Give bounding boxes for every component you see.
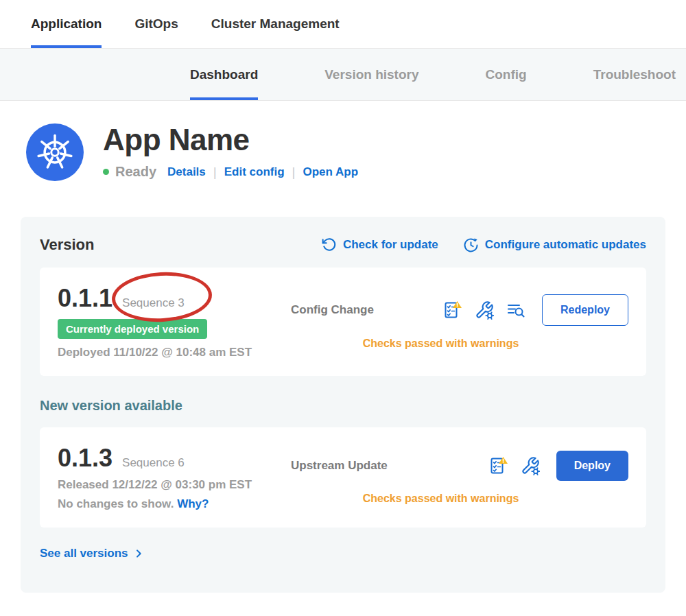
redeploy-button[interactable]: Redeploy xyxy=(542,294,628,326)
app-header-info: App Name Ready Details | Edit config | O… xyxy=(103,125,358,180)
deploy-button[interactable]: Deploy xyxy=(556,451,628,481)
tab-config[interactable]: Config xyxy=(486,49,527,100)
new-version-sequence: Sequence 6 xyxy=(122,456,185,470)
new-version-action-row: Upstream Update xyxy=(291,451,628,481)
view-files-icon[interactable] xyxy=(506,300,525,320)
kubernetes-logo-icon xyxy=(26,123,84,181)
no-changes-text: No changes to show. xyxy=(58,497,174,510)
app-status-row: Ready Details | Edit config | Open App xyxy=(103,164,358,180)
current-version-info: 0.1.1 Sequence 3 Currently deployed vers… xyxy=(58,284,291,359)
refresh-icon xyxy=(322,237,337,252)
why-link[interactable]: Why? xyxy=(177,497,209,510)
app-sub-nav: Dashboard Version history Config Trouble… xyxy=(0,49,686,101)
new-version-icons xyxy=(488,455,540,476)
tab-cluster-management[interactable]: Cluster Management xyxy=(211,0,340,48)
tab-gitops[interactable]: GitOps xyxy=(134,0,178,48)
version-panel-title: Version xyxy=(40,236,94,254)
edit-config-link[interactable]: Edit config xyxy=(224,165,285,179)
configure-automatic-updates-label: Configure automatic updates xyxy=(485,238,646,252)
no-changes-row: No changes to show. Why? xyxy=(58,497,291,511)
tab-troubleshoot[interactable]: Troubleshoot xyxy=(593,49,676,100)
version-panel-header: Version Check for update Configure autom… xyxy=(40,236,646,254)
current-version-checks-status: Checks passed with warnings xyxy=(291,337,628,350)
details-link[interactable]: Details xyxy=(167,165,206,179)
new-version-number: 0.1.3 xyxy=(58,444,113,473)
check-for-update-label: Check for update xyxy=(343,238,438,252)
current-version-number: 0.1.1 xyxy=(58,284,113,313)
top-nav: Application GitOps Cluster Management xyxy=(0,0,686,49)
chevron-right-icon xyxy=(133,548,144,559)
released-timestamp: Released 12/12/22 @ 03:30 pm EST xyxy=(58,478,291,492)
preflight-checks-icon[interactable] xyxy=(488,455,508,476)
current-version-row: 0.1.1 Sequence 3 xyxy=(58,284,291,313)
new-version-actions: Upstream Update xyxy=(291,444,628,511)
currently-deployed-badge: Currently deployed version xyxy=(58,319,207,339)
current-version-source: Config Change xyxy=(291,303,374,317)
app-header: App Name Ready Details | Edit config | O… xyxy=(0,101,686,181)
ship-wheel-icon xyxy=(36,133,74,171)
tab-application[interactable]: Application xyxy=(31,0,102,48)
open-app-link[interactable]: Open App xyxy=(303,165,358,179)
new-version-source: Upstream Update xyxy=(291,459,388,473)
divider: | xyxy=(213,165,217,180)
new-version-row: 0.1.3 Sequence 6 xyxy=(58,444,291,473)
current-version-action-row: Config Change xyxy=(291,294,628,326)
divider: | xyxy=(292,165,296,180)
app-status-text: Ready xyxy=(115,164,156,180)
new-version-checks-status: Checks passed with warnings xyxy=(291,493,628,505)
clock-refresh-icon xyxy=(463,237,479,253)
new-version-available-heading: New version available xyxy=(40,398,646,414)
edit-config-wrench-icon[interactable] xyxy=(521,456,540,475)
new-version-card: 0.1.3 Sequence 6 Released 12/12/22 @ 03:… xyxy=(40,427,646,528)
deployed-timestamp: Deployed 11/10/22 @ 10:48 am EST xyxy=(58,346,291,359)
preflight-checks-icon[interactable] xyxy=(442,300,462,320)
see-all-versions-link[interactable]: See all versions xyxy=(40,547,144,560)
current-version-sequence: Sequence 3 xyxy=(122,296,185,310)
new-version-info: 0.1.3 Sequence 6 Released 12/12/22 @ 03:… xyxy=(58,444,291,511)
version-panel-actions: Check for update Configure automatic upd… xyxy=(322,237,646,253)
see-all-versions-label: See all versions xyxy=(40,547,128,560)
current-version-icons xyxy=(442,300,525,320)
app-title: App Name xyxy=(103,125,358,155)
tab-dashboard[interactable]: Dashboard xyxy=(190,49,258,100)
check-for-update-button[interactable]: Check for update xyxy=(322,237,438,252)
edit-config-wrench-icon[interactable] xyxy=(475,300,494,320)
ready-status-dot-icon xyxy=(103,169,109,175)
current-version-actions: Config Change xyxy=(291,284,628,359)
tab-version-history[interactable]: Version history xyxy=(324,49,418,100)
current-version-card: 0.1.1 Sequence 3 Currently deployed vers… xyxy=(40,268,646,376)
version-panel: Version Check for update Configure autom… xyxy=(21,217,665,593)
configure-automatic-updates-button[interactable]: Configure automatic updates xyxy=(463,237,646,253)
